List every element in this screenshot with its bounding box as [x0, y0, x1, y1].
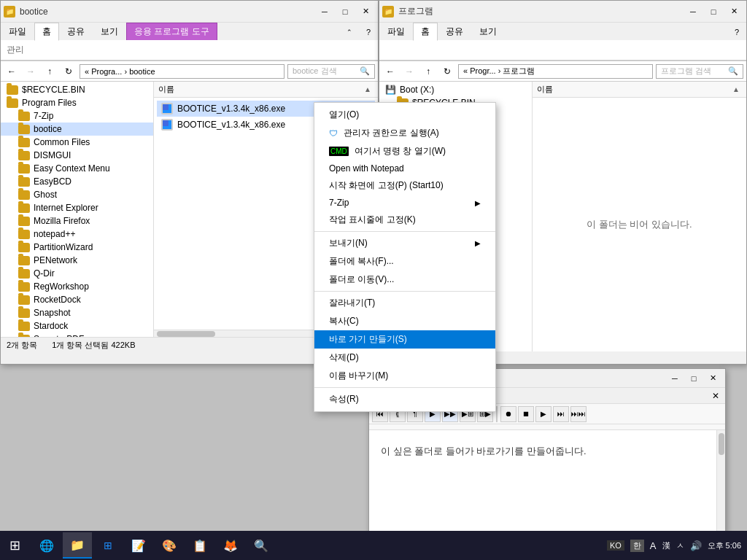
- forward-btn-1[interactable]: →: [23, 63, 39, 79]
- volume-icon[interactable]: 🔊: [690, 540, 702, 551]
- sidebar-item-rocketdock[interactable]: RocketDock: [1, 293, 153, 306]
- ime-a[interactable]: A: [650, 540, 657, 551]
- sidebar-item-commonfiles[interactable]: Common Files: [1, 136, 153, 149]
- ctx-move-folder[interactable]: 폴더로 이동(V)...: [314, 271, 495, 289]
- tool-maximize-btn[interactable]: □: [684, 370, 703, 386]
- sort-toggle[interactable]: ▲: [362, 84, 374, 96]
- ctx-copy[interactable]: 복사(C): [314, 312, 495, 330]
- sidebar-item-bootice[interactable]: bootice: [1, 122, 153, 136]
- sidebar-item-ie[interactable]: Internet Explorer: [1, 201, 153, 214]
- ctx-sep-1: [314, 231, 495, 232]
- tab-file-2[interactable]: 파일: [379, 23, 413, 40]
- ctx-open[interactable]: 열기(O): [314, 106, 495, 124]
- forward-btn-2[interactable]: →: [401, 63, 417, 79]
- sidebar-item-penet[interactable]: PENetwork: [1, 254, 153, 267]
- ctx-7zip[interactable]: 7-Zip ▶: [314, 195, 495, 211]
- taskbar-win[interactable]: ⊞: [93, 532, 123, 559]
- sidebar-item-easybcd[interactable]: EasyBCD: [1, 175, 153, 188]
- taskbar-search[interactable]: 🔍: [247, 532, 276, 559]
- sidebar-item-7zip[interactable]: 7-Zip: [1, 109, 153, 122]
- tab-share-2[interactable]: 공유: [438, 23, 471, 40]
- address-path-2[interactable]: « Progr... › 프로그램: [458, 64, 653, 79]
- taskbar-notepad[interactable]: 📝: [124, 532, 153, 559]
- ctx-pin-taskbar[interactable]: 작업 표시줄에 고정(K): [314, 211, 495, 229]
- tab-view-2[interactable]: 보기: [471, 23, 505, 40]
- sidebar-item-pw[interactable]: PartitionWizard: [1, 241, 153, 254]
- ctx-run-admin[interactable]: 🛡 관리자 권한으로 실행(A): [314, 124, 495, 142]
- sidebar-item-ecm[interactable]: Easy Context Menu: [1, 162, 153, 175]
- tab-view-1[interactable]: 보기: [93, 23, 126, 40]
- start-button[interactable]: ⊞: [0, 531, 29, 560]
- tab-apptool-1[interactable]: 응용 프로그램 도구: [126, 23, 217, 40]
- sidebar-item-ghost[interactable]: Ghost: [1, 188, 153, 201]
- maximize-button-2[interactable]: □: [704, 4, 723, 20]
- close-button-1[interactable]: ✕: [356, 4, 375, 20]
- ctx-properties[interactable]: 속성(R): [314, 390, 495, 408]
- refresh-btn-1[interactable]: ↻: [61, 63, 77, 79]
- sidebar-item-regws[interactable]: RegWorkshop: [1, 280, 153, 293]
- ime-ks[interactable]: ㅅ: [676, 540, 684, 551]
- ctx-pin-start[interactable]: 시작 화면에 고정(P) (Start10): [314, 176, 495, 195]
- search-box-2[interactable]: 프로그램 검색 🔍: [656, 64, 743, 79]
- tool-close-x[interactable]: ✕: [712, 391, 719, 401]
- address-path-1[interactable]: « Progra... › bootice: [80, 64, 285, 79]
- sidebar-item-firefox[interactable]: Mozilla Firefox: [1, 214, 153, 228]
- help-btn-2[interactable]: ?: [727, 24, 746, 40]
- back-btn-2[interactable]: ←: [382, 63, 398, 79]
- taskbar-ie[interactable]: 🌐: [32, 532, 61, 559]
- minimize-button-2[interactable]: ─: [684, 4, 703, 20]
- ctx-cut[interactable]: 잘라내기(T): [314, 294, 495, 312]
- sidebar-item-qdir[interactable]: Q-Dir: [1, 267, 153, 280]
- minimize-button-1[interactable]: ─: [315, 4, 334, 20]
- ribbon-collapse-btn[interactable]: ⌃: [340, 24, 359, 40]
- search-box-1[interactable]: bootice 검색 🔍: [287, 64, 375, 79]
- ctx-create-shortcut[interactable]: 바로 가기 만들기(S): [314, 330, 495, 349]
- tool-btn-11[interactable]: ⏭: [553, 406, 569, 422]
- taskbar-app1[interactable]: 📋: [185, 532, 214, 559]
- sidebar-item-notepad[interactable]: notepad++: [1, 228, 153, 241]
- sort-toggle-2[interactable]: ▲: [730, 84, 742, 96]
- ime-han[interactable]: 한: [630, 540, 644, 552]
- tool-btn-8[interactable]: ⏺: [500, 406, 516, 422]
- taskbar-paint[interactable]: 🎨: [155, 532, 184, 559]
- ime-ko[interactable]: KO: [607, 540, 624, 551]
- up-btn-1[interactable]: ↑: [42, 63, 58, 79]
- folder-icon-recycle: [7, 85, 18, 95]
- sidebar-item-dismgui[interactable]: DISMGUI: [1, 149, 153, 162]
- tab-home-1[interactable]: 홈: [34, 23, 59, 41]
- search-icon: 🔍: [360, 66, 370, 76]
- sidebar-item-stardock[interactable]: Stardock: [1, 319, 153, 332]
- tool-btn-12[interactable]: ⏭⏭: [570, 406, 587, 422]
- up-btn-2[interactable]: ↑: [420, 63, 436, 79]
- tab-share-1[interactable]: 공유: [59, 23, 93, 40]
- ctx-send-to[interactable]: 보내기(N) ▶: [314, 234, 495, 252]
- close-button-2[interactable]: ✕: [724, 4, 743, 20]
- taskbar-firefox[interactable]: 🦊: [216, 532, 245, 559]
- taskbar-explorer[interactable]: 📁: [63, 532, 92, 559]
- ctx-copy-folder[interactable]: 폴더에 복사(F)...: [314, 252, 495, 271]
- maximize-button-1[interactable]: □: [336, 4, 355, 20]
- column-header-2: 이름 ▲: [533, 82, 746, 98]
- ime-hanja[interactable]: 漢: [662, 540, 670, 551]
- ribbon-tabs-2: 파일 홈 공유 보기 ?: [379, 23, 746, 40]
- help-btn-1[interactable]: ?: [359, 24, 378, 40]
- tab-home-2[interactable]: 홈: [413, 23, 438, 41]
- tool-content-text: 이 싶은 폴더로 들어가 바로가기를 만들어줍니다.: [381, 446, 587, 456]
- refresh-btn-2[interactable]: ↻: [439, 63, 455, 79]
- sidebar-item-programfiles[interactable]: Program Files: [1, 96, 153, 109]
- ctx-sep-3: [314, 387, 495, 388]
- ctx-notepad[interactable]: Open with Notepad: [314, 160, 495, 176]
- tool-btn-10[interactable]: ▶: [535, 406, 551, 422]
- sidebar-item-snapshot[interactable]: Snapshot: [1, 306, 153, 319]
- folder-icon-pf: [7, 98, 18, 108]
- sidebar-item-recycle[interactable]: $RECYCLE.BIN: [1, 83, 153, 96]
- ctx-delete[interactable]: 삭제(D): [314, 349, 495, 367]
- tool-minimize-btn[interactable]: ─: [665, 370, 684, 386]
- tool-close-btn[interactable]: ✕: [703, 370, 722, 386]
- back-btn-1[interactable]: ←: [4, 63, 20, 79]
- sidebar2-item-boot[interactable]: 💾 Boot (X:): [379, 83, 532, 96]
- tool-btn-9[interactable]: ⏹: [518, 406, 534, 422]
- ctx-cmd[interactable]: CMD 여기서 명령 창 열기(W): [314, 142, 495, 160]
- tab-file-1[interactable]: 파일: [1, 23, 34, 40]
- ctx-rename[interactable]: 이름 바꾸기(M): [314, 367, 495, 385]
